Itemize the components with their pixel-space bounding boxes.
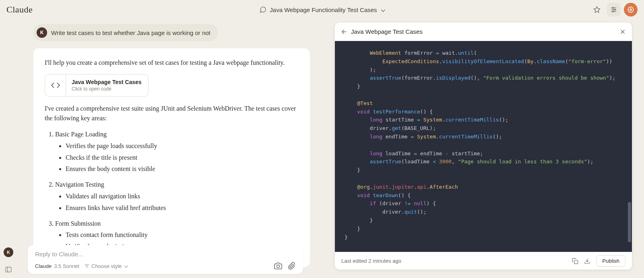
assistant-summary: I've created a comprehensive test suite … (45, 104, 299, 123)
top-header: Claude Java Webpage Functionality Test C… (0, 0, 644, 19)
svg-marker-0 (594, 7, 600, 12)
last-edited-label: Last edited 2 minutes ago (341, 258, 401, 264)
settings-button[interactable] (607, 3, 621, 16)
assistant-sections-list: Basic Page LoadingVerifies the page load… (45, 130, 299, 252)
conversation-area: K Write test cases to test whether Java … (0, 19, 323, 278)
style-icon (84, 263, 90, 269)
star-button[interactable] (590, 3, 604, 16)
composer-actions (274, 262, 296, 270)
artifact-header: Java Webpage Test Cases (335, 23, 632, 41)
app-logo[interactable]: Claude (6, 4, 33, 15)
section-bullet: Verifies the page loads successfully (66, 141, 299, 151)
code-viewer[interactable]: WebElement formError = wait.until( Expec… (335, 41, 632, 252)
chat-icon (259, 6, 266, 13)
artifact-chip-subtitle: Click to open code (72, 86, 142, 92)
camera-button[interactable] (274, 262, 282, 270)
sidebar-toggle[interactable] (5, 266, 12, 273)
svg-point-4 (612, 7, 613, 8)
section-bullet: Checks if the title is present (66, 153, 299, 163)
user-message-text: Write test cases to test whether Java pa… (51, 29, 211, 36)
artifact-footer-actions: Publish (572, 255, 625, 267)
code-icon (45, 74, 66, 96)
style-label: Choose style (91, 263, 122, 269)
svg-point-8 (630, 9, 632, 11)
assistant-message: I'll help you create a comprehensive set… (33, 48, 310, 267)
artifact-chip-title: Java Webpage Test Cases (72, 79, 142, 85)
profile-avatar[interactable] (624, 3, 638, 16)
section-bullet: Ensures the body content is visible (66, 164, 299, 174)
model-version: 3.5 Sonnet (54, 263, 79, 269)
conversation-title: Java Webpage Functionality Test Cases (270, 6, 377, 13)
svg-rect-14 (6, 267, 11, 272)
model-name[interactable]: Claude (35, 263, 52, 269)
svg-point-6 (612, 11, 613, 12)
assistant-intro: I'll help you create a comprehensive set… (45, 58, 299, 68)
artifact-footer: Last edited 2 minutes ago Publish (335, 252, 632, 270)
section-bullet: Ensures links have valid href attributes (66, 203, 299, 213)
artifact-panel: Java Webpage Test Cases WebElement formE… (335, 23, 632, 270)
conversation-title-wrap[interactable]: Java Webpage Functionality Test Cases (259, 6, 384, 13)
section-bullet: Tests contact form functionality (66, 230, 299, 240)
attachment-button[interactable] (288, 262, 296, 270)
user-avatar: K (37, 27, 47, 38)
publish-button[interactable]: Publish (596, 255, 625, 267)
section-item: Basic Page LoadingVerifies the page load… (55, 130, 299, 174)
header-actions (590, 3, 638, 16)
composer-avatar: K (4, 247, 13, 257)
section-bullet: Validates all navigation links (66, 192, 299, 202)
back-button[interactable] (341, 28, 348, 35)
artifact-chip-meta: Java Webpage Test Cases Click to open co… (66, 76, 148, 95)
composer-toolbar: Claude 3.5 Sonnet Choose style (35, 262, 296, 270)
artifact-chip[interactable]: Java Webpage Test Cases Click to open co… (45, 74, 149, 97)
svg-point-13 (277, 265, 280, 268)
copy-button[interactable] (572, 258, 578, 264)
artifact-title: Java Webpage Test Cases (351, 28, 423, 35)
scrollbar-thumb[interactable] (628, 202, 631, 242)
download-button[interactable] (584, 258, 590, 264)
style-selector[interactable]: Choose style (84, 263, 128, 269)
close-button[interactable] (619, 28, 626, 35)
svg-point-7 (628, 7, 634, 12)
chevron-down-icon (380, 6, 385, 13)
svg-rect-19 (574, 260, 578, 264)
chevron-down-icon (123, 263, 128, 269)
section-item: Navigation TestingValidates all navigati… (55, 180, 299, 213)
reply-input[interactable] (35, 251, 296, 257)
composer: K Claude 3.5 Sonnet Choose style (28, 245, 303, 274)
svg-point-5 (614, 9, 615, 10)
user-message: K Write test cases to test whether Java … (33, 24, 218, 41)
